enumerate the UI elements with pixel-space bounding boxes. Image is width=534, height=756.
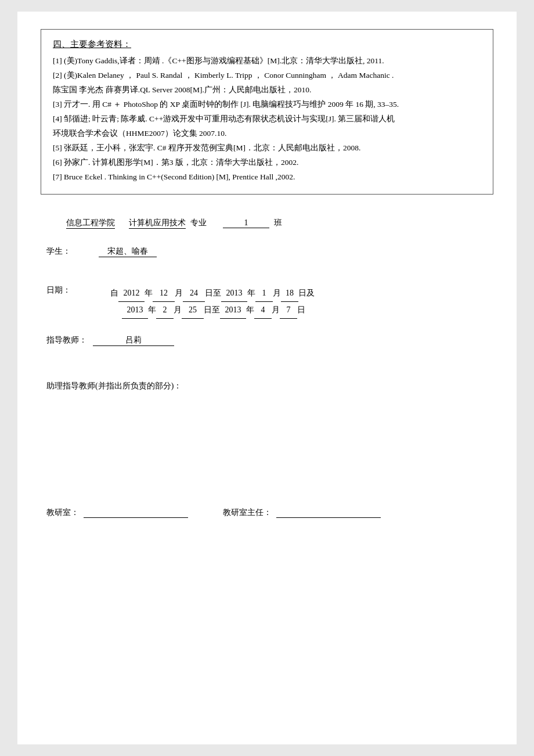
date-year4: 2013	[220, 302, 246, 319]
dept-item: 教研室：	[46, 507, 188, 518]
date-label: 日期：	[46, 285, 87, 296]
date-from: 自	[110, 285, 118, 301]
date-day1: 24	[183, 285, 205, 302]
major-name: 计算机应用技术	[129, 218, 186, 229]
date-day-label3: 日至	[204, 302, 220, 318]
college-line: 信息工程学院 计算机应用技术 专业 1 班	[46, 218, 488, 229]
ref-item-2: [2] (美)Kalen Delaney ， Paul S. Randal ， …	[53, 69, 481, 82]
dept-label: 教研室：	[46, 507, 79, 518]
ref-item-5: [5] 张跃廷，王小科，张宏宇. C# 程序开发范例宝典[M]．北京：人民邮电出…	[53, 142, 481, 155]
ref-item-4b: 环境联合学术会议（HHME2007）论文集 2007.10.	[53, 127, 481, 141]
ref-item-2b: 陈宝国 李光杰 薛赛男译.QL Server 2008[M].广州：人民邮电出版…	[53, 84, 481, 97]
date-day3: 25	[182, 302, 204, 319]
date-content: 自 2012 年 12 月 24 日至 2013 年 1 月 18 日及 201…	[110, 285, 315, 319]
supervisor-row: 指导教师： 吕莉	[46, 335, 488, 346]
date-month4: 4	[254, 302, 272, 319]
date-year-label: 年	[145, 285, 153, 301]
major-suffix: 专业	[190, 218, 207, 228]
date-month-label3: 月	[174, 302, 182, 318]
date-year1: 2012	[118, 285, 145, 302]
date-month-label4: 月	[272, 302, 280, 318]
date-year2: 2013	[221, 285, 247, 302]
ref-item-6: [6] 孙家广. 计算机图形学[M]．第3 版，北京：清华大学出版社，2002.	[53, 156, 481, 170]
date-month2: 1	[255, 285, 273, 302]
student-row: 学生： 宋超、喻春	[46, 246, 488, 257]
bottom-section: 信息工程学院 计算机应用技术 专业 1 班 学生： 宋超、喻春 日期： 自 20…	[41, 218, 493, 518]
date-year-label4: 年	[246, 302, 254, 318]
director-item: 教研室主任：	[223, 507, 381, 518]
ref-item-7: [7] Bruce Eckel . Thinking in C++(Second…	[53, 171, 481, 184]
date-month1: 12	[153, 285, 175, 302]
director-label: 教研室主任：	[223, 507, 272, 518]
supervisor-name: 吕莉	[93, 335, 174, 346]
ref-item-1: [1] (美)Tony Gaddis,译者：周靖 .《C++图形与游戏编程基础》…	[53, 55, 481, 68]
date-year-label3: 年	[148, 302, 156, 318]
date-day-label: 日至	[205, 285, 221, 301]
spacer-left	[46, 218, 64, 228]
student-name: 宋超、喻春	[99, 246, 157, 257]
student-label: 学生：	[46, 246, 87, 257]
date-month-label: 月	[175, 285, 183, 301]
date-month-label2: 月	[273, 285, 281, 301]
date-line1: 自 2012 年 12 月 24 日至 2013 年 1 月 18 日及	[110, 285, 315, 302]
date-day2: 18	[281, 285, 298, 302]
main-page: 四、主要参考资料： [1] (美)Tony Gaddis,译者：周靖 .《C++…	[17, 12, 517, 744]
class-suffix: 班	[274, 218, 282, 228]
supervisor-label: 指导教师：	[46, 335, 87, 345]
dept-value	[84, 508, 188, 518]
class-num: 1	[223, 218, 269, 228]
references-title: 四、主要参考资料：	[53, 39, 481, 50]
ref-item-3: [3] 亓才一. 用 C# ＋ PhotoShop 的 XP 桌面时钟的制作 […	[53, 98, 481, 111]
references-box: 四、主要参考资料： [1] (美)Tony Gaddis,译者：周靖 .《C++…	[41, 29, 493, 195]
date-month3: 2	[156, 302, 174, 319]
date-line2: 2013 年 2 月 25 日至 2013 年 4 月 7 日	[122, 302, 315, 319]
bottom-labels-row: 教研室： 教研室主任：	[46, 507, 488, 518]
date-row: 日期： 自 2012 年 12 月 24 日至 2013 年 1 月 18 日及	[46, 285, 488, 319]
assistant-label: 助理指导教师(并指出所负责的部分)：	[46, 381, 182, 390]
ref-item-4: [4] 邹循进; 叶云青; 陈孝威. C++游戏开发中可重用动态有限状态机设计与…	[53, 113, 481, 126]
college-name: 信息工程学院	[66, 218, 115, 229]
date-year-label2: 年	[247, 285, 255, 301]
director-value	[276, 508, 381, 518]
assistant-section: 助理指导教师(并指出所负责的部分)：	[46, 381, 488, 391]
date-day4: 7	[280, 302, 297, 319]
date-day-label4: 日	[297, 302, 305, 318]
date-year3: 2013	[122, 302, 148, 319]
date-day-label2: 日及	[298, 285, 315, 301]
